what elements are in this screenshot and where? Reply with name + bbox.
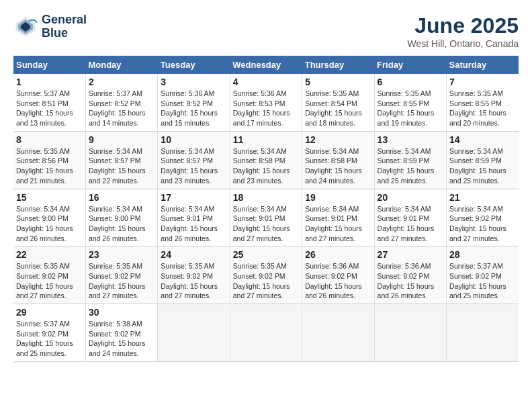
page-header: General Blue June 2025 West Hill, Ontari… [13, 13, 519, 49]
day-info: Sunrise: 5:37 AM Sunset: 8:51 PM Dayligh… [16, 89, 83, 128]
calendar-table: Sunday Monday Tuesday Wednesday Thursday… [13, 56, 519, 362]
day-number: 19 [305, 192, 371, 203]
week-row-1: 1 Sunrise: 5:37 AM Sunset: 8:51 PM Dayli… [13, 74, 519, 131]
day-info: Sunrise: 5:38 AM Sunset: 9:02 PM Dayligh… [89, 319, 154, 359]
day-info: Sunrise: 5:34 AM Sunset: 8:58 PM Dayligh… [233, 146, 299, 186]
day-number: 27 [378, 249, 443, 260]
day-info: Sunrise: 5:35 AM Sunset: 9:02 PM Dayligh… [161, 261, 226, 301]
day-number: 3 [161, 77, 226, 87]
day-cell: 6 Sunrise: 5:35 AM Sunset: 8:55 PM Dayli… [374, 74, 446, 131]
day-info: Sunrise: 5:35 AM Sunset: 8:56 PM Dayligh… [16, 146, 83, 186]
col-saturday: Saturday [447, 56, 519, 74]
day-cell: 18 Sunrise: 5:34 AM Sunset: 9:01 PM Dayl… [230, 189, 302, 246]
day-info: Sunrise: 5:37 AM Sunset: 9:02 PM Dayligh… [16, 319, 83, 359]
day-info: Sunrise: 5:37 AM Sunset: 8:52 PM Dayligh… [89, 89, 154, 128]
day-cell: 17 Sunrise: 5:34 AM Sunset: 9:01 PM Dayl… [158, 189, 230, 246]
day-number: 24 [161, 249, 226, 260]
week-row-3: 15 Sunrise: 5:34 AM Sunset: 9:00 PM Dayl… [13, 189, 519, 246]
day-cell: 12 Sunrise: 5:34 AM Sunset: 8:58 PM Dayl… [302, 131, 374, 189]
header-row: Sunday Monday Tuesday Wednesday Thursday… [13, 56, 519, 74]
day-number: 10 [161, 134, 226, 145]
day-cell [230, 304, 302, 362]
day-number: 23 [89, 249, 154, 260]
day-number: 21 [449, 192, 516, 203]
day-info: Sunrise: 5:35 AM Sunset: 8:55 PM Dayligh… [449, 89, 516, 128]
day-number: 20 [378, 192, 443, 203]
day-cell: 24 Sunrise: 5:35 AM Sunset: 9:02 PM Dayl… [158, 246, 230, 304]
col-thursday: Thursday [302, 56, 374, 74]
day-number: 16 [89, 192, 154, 203]
day-number: 5 [305, 77, 371, 87]
day-info: Sunrise: 5:34 AM Sunset: 9:00 PM Dayligh… [89, 204, 154, 244]
day-number: 8 [16, 134, 83, 145]
day-info: Sunrise: 5:34 AM Sunset: 9:01 PM Dayligh… [378, 204, 443, 244]
day-cell [302, 304, 374, 362]
day-info: Sunrise: 5:36 AM Sunset: 8:52 PM Dayligh… [161, 89, 226, 128]
day-number: 26 [305, 249, 371, 260]
day-info: Sunrise: 5:34 AM Sunset: 9:01 PM Dayligh… [161, 204, 226, 244]
title-area: June 2025 West Hill, Ontario, Canada [408, 13, 519, 49]
day-cell [374, 304, 446, 362]
day-cell: 7 Sunrise: 5:35 AM Sunset: 8:55 PM Dayli… [447, 74, 519, 131]
day-cell: 20 Sunrise: 5:34 AM Sunset: 9:01 PM Dayl… [374, 189, 446, 246]
day-cell: 30 Sunrise: 5:38 AM Sunset: 9:02 PM Dayl… [85, 304, 157, 362]
day-info: Sunrise: 5:36 AM Sunset: 8:53 PM Dayligh… [233, 89, 299, 128]
col-friday: Friday [374, 56, 446, 74]
day-number: 17 [161, 192, 226, 203]
day-cell: 1 Sunrise: 5:37 AM Sunset: 8:51 PM Dayli… [13, 74, 85, 131]
day-number: 28 [449, 249, 516, 260]
day-cell: 3 Sunrise: 5:36 AM Sunset: 8:52 PM Dayli… [158, 74, 230, 131]
day-info: Sunrise: 5:34 AM Sunset: 8:57 PM Dayligh… [161, 146, 226, 186]
day-number: 29 [16, 307, 83, 318]
col-sunday: Sunday [13, 56, 85, 74]
day-number: 25 [233, 249, 299, 260]
day-info: Sunrise: 5:37 AM Sunset: 9:02 PM Dayligh… [449, 261, 516, 301]
day-cell: 15 Sunrise: 5:34 AM Sunset: 9:00 PM Dayl… [13, 189, 85, 246]
day-number: 1 [16, 77, 83, 87]
day-number: 18 [233, 192, 299, 203]
day-number: 12 [305, 134, 371, 145]
logo: General Blue [13, 13, 87, 40]
day-cell: 26 Sunrise: 5:36 AM Sunset: 9:02 PM Dayl… [302, 246, 374, 304]
day-info: Sunrise: 5:36 AM Sunset: 9:02 PM Dayligh… [378, 261, 443, 301]
day-cell: 8 Sunrise: 5:35 AM Sunset: 8:56 PM Dayli… [13, 131, 85, 189]
day-cell: 23 Sunrise: 5:35 AM Sunset: 9:02 PM Dayl… [85, 246, 157, 304]
day-cell [158, 304, 230, 362]
day-cell: 14 Sunrise: 5:34 AM Sunset: 8:59 PM Dayl… [447, 131, 519, 189]
col-wednesday: Wednesday [230, 56, 302, 74]
day-number: 7 [449, 77, 516, 87]
day-number: 15 [16, 192, 83, 203]
day-number: 6 [378, 77, 443, 87]
day-number: 22 [16, 249, 83, 260]
week-row-4: 22 Sunrise: 5:35 AM Sunset: 9:02 PM Dayl… [13, 246, 519, 304]
day-info: Sunrise: 5:34 AM Sunset: 8:59 PM Dayligh… [449, 146, 516, 186]
day-cell: 5 Sunrise: 5:35 AM Sunset: 8:54 PM Dayli… [302, 74, 374, 131]
day-number: 14 [449, 134, 516, 145]
week-row-2: 8 Sunrise: 5:35 AM Sunset: 8:56 PM Dayli… [13, 131, 519, 189]
logo-text: General Blue [42, 13, 87, 40]
day-cell: 9 Sunrise: 5:34 AM Sunset: 8:57 PM Dayli… [85, 131, 157, 189]
day-info: Sunrise: 5:34 AM Sunset: 9:00 PM Dayligh… [16, 204, 83, 244]
day-info: Sunrise: 5:35 AM Sunset: 9:02 PM Dayligh… [16, 261, 83, 301]
day-cell: 11 Sunrise: 5:34 AM Sunset: 8:58 PM Dayl… [230, 131, 302, 189]
day-info: Sunrise: 5:34 AM Sunset: 9:02 PM Dayligh… [449, 204, 516, 244]
day-info: Sunrise: 5:34 AM Sunset: 8:57 PM Dayligh… [89, 146, 154, 186]
day-cell: 16 Sunrise: 5:34 AM Sunset: 9:00 PM Dayl… [85, 189, 157, 246]
day-cell: 4 Sunrise: 5:36 AM Sunset: 8:53 PM Dayli… [230, 74, 302, 131]
day-number: 11 [233, 134, 299, 145]
day-cell [447, 304, 519, 362]
col-monday: Monday [85, 56, 157, 74]
day-cell: 2 Sunrise: 5:37 AM Sunset: 8:52 PM Dayli… [85, 74, 157, 131]
day-cell: 21 Sunrise: 5:34 AM Sunset: 9:02 PM Dayl… [447, 189, 519, 246]
day-number: 2 [89, 77, 154, 87]
day-info: Sunrise: 5:34 AM Sunset: 9:01 PM Dayligh… [233, 204, 299, 244]
calendar-title: June 2025 [408, 13, 519, 38]
week-row-5: 29 Sunrise: 5:37 AM Sunset: 9:02 PM Dayl… [13, 304, 519, 362]
day-cell: 19 Sunrise: 5:34 AM Sunset: 9:01 PM Dayl… [302, 189, 374, 246]
day-info: Sunrise: 5:35 AM Sunset: 9:02 PM Dayligh… [233, 261, 299, 301]
day-number: 9 [89, 134, 154, 145]
day-info: Sunrise: 5:34 AM Sunset: 9:01 PM Dayligh… [305, 204, 371, 244]
day-cell: 27 Sunrise: 5:36 AM Sunset: 9:02 PM Dayl… [374, 246, 446, 304]
day-cell: 13 Sunrise: 5:34 AM Sunset: 8:59 PM Dayl… [374, 131, 446, 189]
day-info: Sunrise: 5:35 AM Sunset: 8:55 PM Dayligh… [378, 89, 443, 128]
